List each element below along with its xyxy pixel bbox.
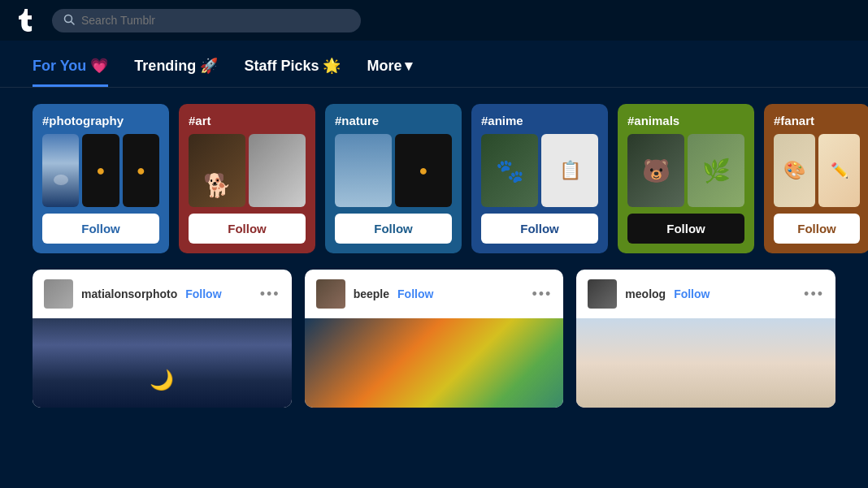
tabs-nav: For You 💗 Trending 🚀 Staff Picks 🌟 More …: [0, 41, 868, 88]
avatar-meolog[interactable]: [588, 279, 617, 309]
tag-card-nature: #nature Follow: [325, 104, 462, 253]
header: [0, 0, 868, 41]
tab-more[interactable]: More ▾: [367, 57, 412, 87]
tag-name-anime: #anime: [481, 114, 598, 127]
tag-card-fanart: #fanart 🎨 ✏️ Follow: [764, 104, 868, 253]
follow-button-anime[interactable]: Follow: [481, 214, 598, 244]
tag-images-anime: 🐾 📋: [481, 134, 598, 207]
tag-image-art-2: [249, 134, 306, 207]
post-card-meolog: meolog Follow •••: [576, 270, 835, 408]
post-header-matialonsorphoto: matialonsorphoto Follow •••: [33, 270, 292, 318]
tag-card-anime: #anime 🐾 📋 Follow: [471, 104, 608, 253]
search-icon: [63, 14, 75, 28]
svg-line-1: [72, 21, 75, 24]
tag-image-nature-1: [335, 134, 392, 207]
tag-images-art: [189, 134, 306, 207]
post-cards-section: matialonsorphoto Follow ••• beeple Follo…: [0, 270, 868, 408]
post-card-beeple: beeple Follow •••: [305, 270, 564, 408]
post-card-matialonsorphoto: matialonsorphoto Follow •••: [33, 270, 292, 408]
tag-images-fanart: 🎨 ✏️: [774, 134, 860, 207]
tag-image-art-1: [189, 134, 245, 207]
tag-image-3: [123, 134, 159, 207]
tag-image-fanart-2: ✏️: [818, 134, 860, 207]
tab-for-you[interactable]: For You 💗: [33, 57, 108, 87]
post-header-beeple: beeple Follow •••: [305, 270, 564, 318]
tag-name-animals: #animals: [627, 114, 744, 127]
more-button-beeple[interactable]: •••: [532, 286, 552, 303]
follow-button-fanart[interactable]: Follow: [774, 214, 860, 244]
follow-button-animals[interactable]: Follow: [627, 214, 744, 244]
tag-name-nature: #nature: [335, 114, 452, 127]
avatar-beeple[interactable]: [316, 279, 345, 309]
follow-button-post-matialonsorphoto[interactable]: Follow: [185, 287, 221, 300]
username-meolog: meolog: [625, 287, 666, 300]
avatar-matialonsorphoto[interactable]: [44, 279, 73, 309]
tag-image-animals-1: 🐻: [627, 134, 684, 207]
post-header-meolog: meolog Follow •••: [576, 270, 835, 318]
username-matialonsorphoto: matialonsorphoto: [81, 287, 177, 300]
tumblr-logo[interactable]: [13, 7, 39, 33]
tag-name-photography: #photography: [42, 114, 159, 127]
tab-trending[interactable]: Trending 🚀: [134, 57, 218, 87]
follow-button-photography[interactable]: Follow: [42, 214, 159, 244]
post-image-meolog: [576, 318, 835, 408]
tag-image-anime-1: 🐾: [481, 134, 538, 207]
more-button-meolog[interactable]: •••: [804, 286, 824, 303]
tag-cards-section: #photography Follow #art Follow #nature …: [0, 88, 868, 270]
tag-image-fanart-1: 🎨: [774, 134, 815, 207]
tag-images-animals: 🐻 🌿: [627, 134, 744, 207]
tag-card-animals: #animals 🐻 🌿 Follow: [618, 104, 754, 253]
follow-button-post-beeple[interactable]: Follow: [397, 287, 433, 300]
username-beeple: beeple: [354, 287, 389, 300]
tag-name-fanart: #fanart: [774, 114, 860, 127]
post-image-matialonsorphoto: [33, 318, 292, 408]
search-input[interactable]: [81, 14, 349, 27]
tag-image-1: [42, 134, 79, 207]
follow-button-nature[interactable]: Follow: [335, 214, 452, 244]
tag-images-photography: [42, 134, 159, 207]
tag-image-animals-2: 🌿: [688, 134, 744, 207]
tag-name-art: #art: [189, 114, 306, 127]
follow-button-art[interactable]: Follow: [189, 214, 306, 244]
more-button-matialonsorphoto[interactable]: •••: [260, 286, 280, 303]
search-bar[interactable]: [52, 9, 361, 32]
tag-images-nature: [335, 134, 452, 207]
tag-image-2: [82, 134, 119, 207]
tag-image-nature-2: [395, 134, 452, 207]
tag-image-anime-2: 📋: [541, 134, 598, 207]
follow-button-post-meolog[interactable]: Follow: [674, 287, 710, 300]
tab-staff-picks[interactable]: Staff Picks 🌟: [244, 57, 341, 87]
tag-card-art: #art Follow: [179, 104, 315, 253]
post-image-beeple: [305, 318, 564, 408]
tag-card-photography: #photography Follow: [33, 104, 169, 253]
